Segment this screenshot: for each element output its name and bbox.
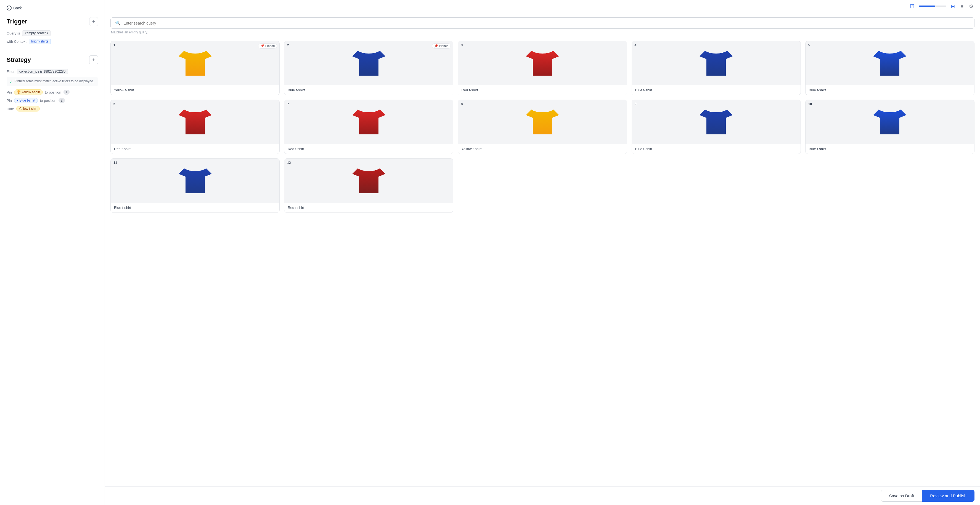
pin-1-item: 🏆 Yellow t-shirt (14, 89, 43, 95)
card-title: Blue t-shirt (111, 203, 279, 213)
query-value: <empty search> (22, 30, 51, 36)
check-button[interactable]: ☑ (909, 2, 915, 11)
filter-label: Filter (6, 70, 14, 74)
progress-fill (919, 6, 935, 7)
back-button[interactable]: ← Back (6, 6, 22, 11)
search-icon: 🔍 (115, 21, 121, 25)
grid-view-button[interactable]: ⊞ (950, 2, 956, 11)
toolbar: ☑ ⊞ ≡ ⚙ (105, 0, 980, 13)
product-card[interactable]: 1 📌 PinnedYellow t-shirt (110, 41, 280, 95)
card-number: 5 (808, 43, 810, 47)
trigger-title: Trigger (6, 18, 27, 25)
card-number: 6 (113, 102, 115, 106)
filter-value: collection_ids is 188272902280 (17, 69, 68, 74)
card-number: 12 (287, 161, 291, 165)
pin-1-to-label: to position (45, 90, 61, 94)
pin-1-label: Pin (6, 90, 12, 94)
list-view-button[interactable]: ≡ (959, 3, 964, 11)
hide-label: Hide (6, 107, 14, 111)
product-card[interactable]: 5 Blue t-shirt (805, 41, 974, 95)
pin-row-1: Pin 🏆 Yellow t-shirt to position 1 (6, 89, 98, 95)
settings-icon: ⚙ (969, 3, 974, 9)
warning-check-icon: ✓ (10, 79, 13, 84)
card-title: Blue t-shirt (632, 85, 800, 95)
card-number: 1 (113, 43, 115, 47)
product-card[interactable]: 12 Red t-shirt (284, 159, 453, 213)
card-title: Red t-shirt (458, 85, 627, 95)
product-card[interactable]: 2 📌 PinnedBlue t-shirt (284, 41, 453, 95)
products-grid: 1 📌 PinnedYellow t-shirt2 📌 PinnedBlue t… (105, 37, 980, 486)
card-number: 9 (635, 102, 636, 106)
product-card[interactable]: 8 Yellow t-shirt (458, 100, 627, 154)
card-title: Blue t-shirt (805, 85, 974, 95)
filter-row: Filter collection_ids is 188272902280 (6, 69, 98, 74)
card-title: Red t-shirt (284, 144, 453, 154)
bottom-bar: Save as Draft Review and Publish (105, 486, 980, 505)
context-row: with Context bright-shirts (6, 39, 98, 44)
sidebar: ← Back Trigger + Query is <empty search>… (0, 0, 105, 505)
pin-2-item: ● Blue t-shirt (14, 98, 38, 103)
card-title: Blue t-shirt (805, 144, 974, 154)
card-number: 4 (635, 43, 636, 47)
query-row: Query is <empty search> (6, 30, 98, 36)
hide-row: Hide Yellow t-shirt (6, 106, 98, 111)
review-publish-button[interactable]: Review and Publish (922, 490, 974, 502)
pin-2-position: 2 (59, 98, 65, 103)
card-number: 3 (461, 43, 463, 47)
check-icon: ☑ (910, 3, 914, 9)
card-title: Blue t-shirt (632, 144, 800, 154)
settings-button[interactable]: ⚙ (968, 2, 974, 11)
card-number: 7 (287, 102, 289, 106)
back-label: Back (13, 6, 22, 10)
context-value: bright-shirts (29, 39, 51, 44)
search-box: 🔍 (110, 17, 974, 29)
pin-badge: 📌 Pinned (258, 43, 277, 49)
strategy-title: Strategy (6, 56, 31, 64)
pin-row-2: Pin ● Blue t-shirt to position 2 (6, 98, 98, 103)
empty-query-text: Matches an empty query. (110, 30, 974, 34)
card-title: Yellow t-shirt (111, 85, 279, 95)
card-number: 8 (461, 102, 463, 106)
product-card[interactable]: 3 Red t-shirt (458, 41, 627, 95)
product-card[interactable]: 10 Blue t-shirt (805, 100, 974, 154)
card-title: Red t-shirt (111, 144, 279, 154)
pin-2-label: Pin (6, 98, 12, 103)
product-card[interactable]: 11 Blue t-shirt (110, 159, 280, 213)
strategy-add-button[interactable]: + (89, 56, 98, 64)
product-card[interactable]: 6 Red t-shirt (110, 100, 280, 154)
trigger-section-header: Trigger + (6, 17, 98, 26)
card-title: Yellow t-shirt (458, 144, 627, 154)
main-content: ☑ ⊞ ≡ ⚙ 🔍 Matches an empty query. 1 (105, 0, 980, 505)
list-icon: ≡ (960, 3, 963, 9)
pin-badge: 📌 Pinned (432, 43, 451, 49)
search-area: 🔍 Matches an empty query. (105, 13, 980, 37)
card-title: Blue t-shirt (284, 85, 453, 95)
search-input[interactable] (123, 21, 970, 25)
warning-text: Pinned items must match active filters t… (14, 79, 94, 83)
pin-2-to-label: to position (40, 98, 56, 103)
back-arrow-icon: ← (6, 6, 11, 11)
grid-icon: ⊞ (951, 3, 955, 9)
query-label: Query is (6, 31, 20, 35)
card-title: Red t-shirt (284, 203, 453, 213)
product-card[interactable]: 7 Red t-shirt (284, 100, 453, 154)
trigger-add-button[interactable]: + (89, 17, 98, 26)
card-number: 10 (808, 102, 812, 106)
hide-item: Yellow t-shirt (16, 106, 40, 111)
card-number: 2 (287, 43, 289, 47)
product-card[interactable]: 4 Blue t-shirt (632, 41, 801, 95)
strategy-section-header: Strategy + (6, 56, 98, 64)
save-draft-button[interactable]: Save as Draft (881, 490, 922, 502)
product-card[interactable]: 9 Blue t-shirt (632, 100, 801, 154)
progress-bar (919, 6, 946, 7)
context-label: with Context (6, 40, 27, 44)
pin-1-position: 1 (64, 90, 70, 95)
card-number: 11 (113, 161, 117, 165)
warning-row: ✓ Pinned items must match active filters… (6, 77, 98, 86)
